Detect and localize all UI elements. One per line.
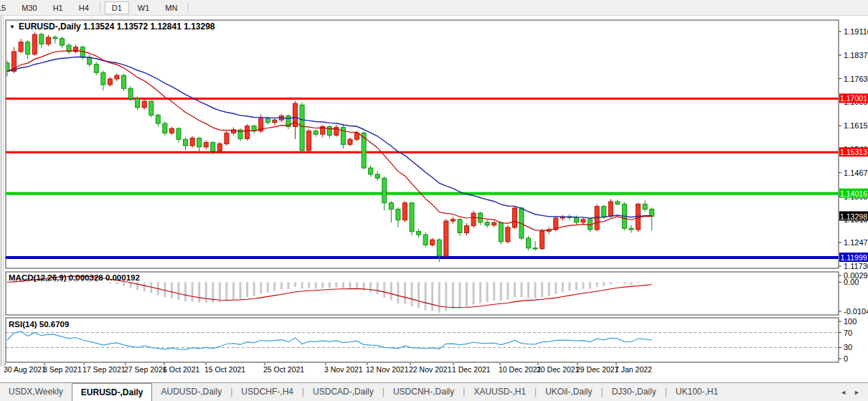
macd-hist-bar [377, 282, 379, 294]
candle-body [506, 227, 510, 242]
tab-scroll-arrows: ◄► [836, 383, 868, 401]
macd-hist-bar [445, 282, 447, 311]
tab-usdchf-h4[interactable]: USDCHF-,H4 [232, 383, 302, 401]
candle-body [176, 128, 181, 139]
macd-hist-bar [280, 282, 283, 289]
candle-body [512, 208, 516, 227]
candle-body [417, 232, 421, 235]
current-price-badge: 1.13298 [839, 212, 868, 221]
level-badge-1.14016: 1.14016 [839, 189, 868, 198]
macd-hist-bar [562, 282, 564, 292]
candle-body [184, 139, 188, 146]
timeframe-button-m30[interactable]: M30 [14, 1, 44, 14]
macd-hist-bar [321, 282, 324, 288]
tab-scroll-left-icon[interactable]: ◄ [836, 387, 850, 397]
level-badge-1.15313: 1.15313 [839, 147, 868, 156]
candle-body [273, 120, 277, 123]
macd-hist-bar [198, 282, 200, 302]
candle-body [26, 42, 30, 55]
candle-body [39, 34, 44, 44]
candle-body [581, 220, 585, 222]
macd-hist-bar [109, 282, 111, 283]
macd-hist-bar [603, 282, 605, 286]
macd-hist-bar [225, 282, 227, 301]
candle-body [115, 75, 119, 79]
timeframe-button-h1[interactable]: H1 [46, 1, 70, 14]
macd-hist-bar [521, 282, 523, 297]
tab-usdcnh-daily[interactable]: USDCNH-,Daily [385, 383, 463, 401]
price-tick-label: 1.12470 [844, 238, 868, 247]
macd-hist-bar [232, 282, 235, 299]
tab-scroll-right-icon[interactable]: ► [850, 387, 864, 397]
candle-body [389, 203, 393, 209]
macd-hist-bar [205, 282, 207, 302]
date-label: 17 Sep 2021 [82, 365, 126, 374]
toolbar-separator [188, 2, 189, 13]
candle-body [46, 37, 50, 44]
macd-hist-bar [115, 282, 118, 284]
macd-hist-bar [637, 282, 639, 283]
candle-body [471, 213, 476, 226]
macd-hist-bar [548, 282, 550, 296]
macd-hist-bar [527, 282, 529, 298]
macd-hist-bar [418, 282, 420, 308]
candle-body [444, 221, 448, 256]
tab-uk100-h1[interactable]: UK100-,H1 [667, 383, 727, 401]
candle-body [190, 138, 194, 146]
rsi-pane[interactable] [6, 318, 839, 362]
tab-usdcad-daily[interactable]: USDCAD-,Daily [304, 383, 382, 401]
timeframe-button-15[interactable]: 15 [0, 1, 13, 14]
timeframe-button-d1[interactable]: D1 [105, 1, 129, 14]
candle-body [142, 101, 146, 108]
candle-body [122, 75, 126, 88]
price-tick-label: 1.14670 [844, 169, 868, 177]
candle-body [423, 235, 428, 245]
macd-hist-bar [342, 282, 344, 288]
symbol-tabbar: USDX,WeeklyEURUSD-,DailyAUDUSD-,Daily|US… [0, 382, 868, 401]
tab-ukoil-daily[interactable]: UKOil-,Daily [537, 383, 600, 401]
macd-axis-label: -0.010422 [844, 307, 868, 316]
candle-body [313, 131, 318, 134]
macd-hist-bar [294, 282, 296, 286]
timeframe-button-w1[interactable]: W1 [131, 1, 157, 14]
macd-hist-bar [349, 282, 352, 288]
macd-hist-bar [102, 282, 104, 283]
date-axis: 30 Aug 20218 Sep 202117 Sep 202127 Sep 2… [4, 363, 652, 374]
candle-body [101, 72, 105, 85]
level-badge-1.17001: 1.17001 [839, 93, 868, 103]
tab-dj30-daily[interactable]: DJ30-,Daily [603, 383, 665, 401]
candle-body [197, 138, 202, 146]
rsi-axis-label: 30 [844, 343, 852, 352]
macd-hist-bar [123, 282, 125, 286]
candle-body [245, 126, 250, 139]
candle-body [136, 98, 140, 107]
tab-usdx-weekly[interactable]: USDX,Weekly [0, 383, 72, 401]
macd-hist-bar [568, 282, 570, 291]
candle-body [375, 174, 379, 178]
macd-hist-bar [425, 282, 427, 310]
candle-body [348, 139, 352, 144]
macd-hist-bar [178, 282, 180, 300]
macd-hist-bar [136, 282, 138, 290]
candle-body [19, 42, 23, 52]
tab-xauusd-h1[interactable]: XAUUSD-,H1 [465, 383, 534, 401]
candle-body [341, 127, 345, 144]
rsi-axis-label: 70 [844, 329, 852, 337]
price-pane[interactable] [6, 20, 839, 268]
candle-body [88, 57, 92, 65]
candle-body [60, 39, 64, 45]
macd-hist-bar [431, 282, 433, 311]
macd-hist-bar [452, 282, 454, 308]
timeframe-button-h4[interactable]: H4 [72, 1, 96, 14]
candle-body [94, 65, 98, 73]
tab-audusd-daily[interactable]: AUDUSD-,Daily [152, 383, 230, 401]
date-label: 30 Aug 2021 [4, 365, 46, 374]
macd-hist-bar [630, 282, 632, 284]
candle-body [369, 168, 373, 174]
timeframe-button-mn[interactable]: MN [158, 1, 184, 14]
chart-canvas[interactable]: 1.191101.183701.176301.168901.161501.154… [0, 16, 868, 382]
tab-eurusd-daily[interactable]: EURUSD-,Daily [72, 383, 153, 401]
macd-hist-bar [246, 282, 248, 297]
rsi-axis-label: 0 [844, 354, 848, 363]
badge-text: 1.14016 [840, 189, 867, 198]
